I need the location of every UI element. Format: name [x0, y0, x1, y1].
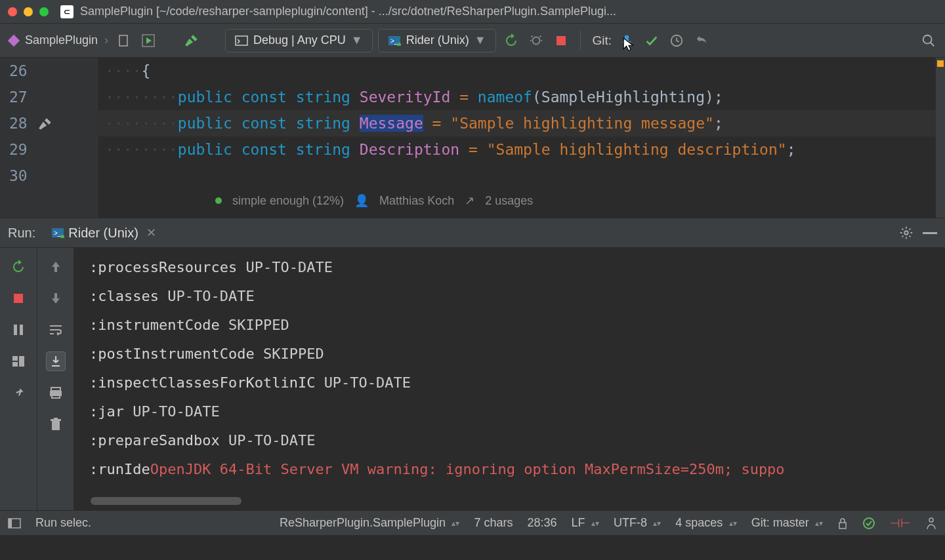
debug-bug-icon[interactable] [526, 31, 546, 50]
svg-rect-25 [19, 356, 24, 367]
rerun-icon[interactable] [9, 257, 28, 277]
layout-icon[interactable] [9, 351, 28, 371]
svg-point-35 [864, 518, 874, 529]
minimize-window-button[interactable] [24, 7, 33, 16]
separator [580, 31, 581, 50]
close-tab-icon[interactable]: ✕ [146, 226, 156, 240]
run-config-dropdown[interactable]: >_ Rider (Unix) ▼ [378, 29, 496, 52]
status-git-branch[interactable]: Git: master ▴▾ [751, 516, 823, 530]
console-line: :prepareSandbox UP-TO-DATE [89, 426, 934, 455]
console-line: :jar UP-TO-DATE [89, 397, 934, 426]
code-lens[interactable]: simple enough (12%) 👤 Matthias Koch ↗ 2 … [215, 188, 533, 214]
run-play-icon[interactable] [138, 31, 158, 50]
close-window-button[interactable] [8, 7, 17, 16]
build-marker-icon[interactable] [37, 115, 54, 132]
lock-icon[interactable] [837, 517, 848, 529]
run-tab-label: Rider (Unix) [68, 226, 138, 241]
pause-icon[interactable] [9, 320, 28, 340]
config-icon [235, 35, 248, 46]
run-config-label: Rider (Unix) [406, 33, 469, 47]
window-title: SamplePlugin [~/code/resharper-sampleplu… [80, 5, 616, 18]
scroll-to-end-icon[interactable] [46, 351, 66, 371]
console-line: :runIdeOpenJDK 64-Bit Server VM warning:… [89, 455, 934, 484]
svg-rect-21 [14, 325, 17, 335]
pin-icon[interactable] [9, 383, 28, 403]
tool-window-toggle-icon[interactable] [8, 518, 21, 529]
stop-button[interactable] [551, 31, 571, 50]
status-project[interactable]: ReSharperPlugin.SamplePlugin ▴▾ [280, 516, 460, 530]
status-run-label[interactable]: Run selec. [35, 516, 91, 530]
memory-icon[interactable]: ⊣⊢ [890, 516, 911, 530]
svg-rect-1 [119, 35, 127, 46]
rerun-icon[interactable] [501, 31, 521, 50]
svg-marker-3 [146, 37, 152, 44]
file-icon[interactable] [114, 31, 133, 50]
window-controls [8, 7, 49, 16]
man-icon[interactable] [925, 517, 937, 530]
svg-point-14 [923, 35, 932, 43]
build-config-label: Debug | Any CPU [253, 33, 346, 47]
svg-rect-20 [923, 232, 937, 234]
svg-line-12 [539, 35, 541, 37]
build-config-dropdown[interactable]: Debug | Any CPU ▼ [225, 29, 373, 52]
complexity-dot-icon [215, 197, 222, 204]
status-encoding[interactable]: UTF-8 ▴▾ [614, 516, 661, 530]
svg-point-19 [904, 231, 908, 235]
maximize-window-button[interactable] [39, 7, 49, 16]
console-line: :processResources UP-TO-DATE [89, 253, 934, 282]
gear-icon[interactable] [899, 226, 914, 240]
svg-rect-24 [12, 362, 18, 367]
undo-icon[interactable] [692, 31, 711, 50]
svg-rect-33 [9, 519, 12, 528]
trash-icon[interactable] [46, 414, 66, 434]
up-arrow-icon[interactable] [46, 257, 66, 277]
line-number: 29 [9, 136, 97, 163]
console-secondary-toolbar [37, 248, 74, 510]
complexity-label: simple enough (12%) [232, 188, 344, 214]
author-label: Matthias Koch [379, 188, 454, 214]
svg-rect-31 [54, 418, 58, 419]
console-output[interactable]: :processResources UP-TO-DATE :classes UP… [74, 248, 945, 510]
app-icon: ⊂ [60, 5, 74, 18]
inspection-ok-icon[interactable] [862, 517, 875, 530]
run-tool-header: Run: >_ Rider (Unix) ✕ [0, 218, 945, 248]
code-line: ········public const string Description … [97, 136, 945, 163]
git-update-icon[interactable] [617, 31, 637, 50]
terminal-icon: >_ [51, 228, 64, 238]
warning-marker-icon[interactable] [937, 60, 944, 67]
print-icon[interactable] [46, 383, 66, 403]
console-line: :instrumentCode SKIPPED [89, 311, 934, 340]
line-number: 30 [9, 163, 97, 189]
chevron-down-icon: ▼ [474, 33, 486, 47]
svg-rect-26 [51, 388, 60, 391]
stop-button[interactable] [9, 289, 28, 308]
status-position[interactable]: 28:36 [528, 516, 557, 530]
svg-rect-4 [236, 36, 247, 45]
code-editor[interactable]: 26 27 28 29 30 ····{ ········public cons… [0, 58, 945, 218]
line-number: 26 [9, 58, 97, 84]
console-line: :classes UP-TO-DATE [89, 282, 934, 311]
code-area[interactable]: ····{ ········public const string Severi… [97, 58, 945, 218]
line-number: 27 [9, 84, 97, 110]
run-tab[interactable]: >_ Rider (Unix) ✕ [45, 223, 163, 243]
git-commit-icon[interactable] [642, 31, 662, 50]
status-indent[interactable]: 4 spaces ▴▾ [675, 516, 736, 530]
svg-rect-30 [51, 419, 61, 421]
svg-rect-23 [12, 356, 18, 361]
usages-icon: ↗ [465, 188, 474, 214]
horizontal-scrollbar[interactable] [91, 497, 945, 505]
console-line: :postInstrumentCode SKIPPED [89, 340, 934, 369]
history-icon[interactable] [667, 31, 686, 50]
down-arrow-icon[interactable] [46, 289, 66, 308]
hide-panel-icon[interactable] [923, 231, 937, 235]
status-line-ending[interactable]: LF ▴▾ [572, 516, 599, 530]
wrap-text-icon[interactable] [46, 320, 66, 340]
code-line-current: ········public const string Message = "S… [97, 110, 945, 136]
status-chars: 7 chars [474, 516, 513, 530]
error-stripe[interactable] [936, 58, 945, 218]
breadcrumb[interactable]: SamplePlugin › [7, 33, 108, 48]
svg-point-36 [929, 518, 933, 522]
search-icon[interactable] [919, 31, 938, 50]
code-line [97, 163, 945, 189]
build-hammer-icon[interactable] [182, 31, 201, 50]
